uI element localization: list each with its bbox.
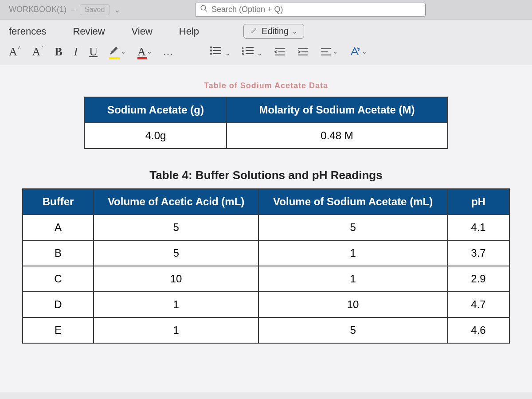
align-button[interactable]: ⌄ — [320, 47, 338, 57]
t2-cell-ph: 3.7 — [447, 240, 509, 266]
t2-header-acetate: Volume of Sodium Acetate (mL) — [258, 189, 447, 215]
chevron-down-icon: ⌄ — [292, 28, 297, 35]
table-row: A554.1 — [23, 215, 509, 240]
more-formatting-button[interactable]: ... — [164, 46, 174, 58]
table4-caption: Table 4: Buffer Solutions and pH Reading… — [18, 168, 514, 182]
pencil-icon — [250, 26, 258, 36]
highlighter-icon — [109, 45, 120, 59]
doc-title-fragment: WORKBOOK(1) — [9, 5, 66, 14]
tab-help[interactable]: Help — [179, 26, 199, 37]
title-bar: WORKBOOK(1) – Saved ⌄ Search (Option + Q… — [0, 0, 532, 20]
t2-cell-acetate: 1 — [258, 266, 447, 292]
table-row: B513.7 — [23, 240, 509, 266]
table3-caption-truncated: Table of Sodium Acetate Data — [18, 81, 514, 90]
table-row: 4.0g 0.48 M — [85, 123, 447, 149]
t2-cell-acetic: 1 — [94, 292, 258, 317]
t2-cell-buffer: C — [23, 266, 94, 292]
svg-line-1 — [205, 9, 207, 12]
t2-cell-acetate: 5 — [258, 317, 447, 343]
bold-button[interactable]: B — [55, 45, 62, 59]
t1-header-mass: Sodium Acetate (g) — [85, 97, 227, 123]
numbered-list-button[interactable]: 123 ⌄ — [242, 45, 263, 59]
t1-cell-mass: 4.0g — [85, 123, 227, 149]
t2-cell-buffer: D — [23, 292, 94, 317]
chevron-down-icon[interactable]: ⌄ — [114, 5, 121, 15]
table-row: D1104.7 — [23, 292, 509, 317]
t2-cell-acetate: 10 — [258, 292, 447, 317]
t2-cell-acetate: 5 — [258, 215, 447, 240]
saved-badge: Saved — [80, 4, 110, 15]
increase-indent-button[interactable] — [297, 47, 309, 57]
t2-cell-ph: 4.1 — [447, 215, 509, 240]
search-input[interactable]: Search (Option + Q) — [195, 3, 426, 17]
editing-mode-dropdown[interactable]: Editing ⌄ — [243, 24, 304, 39]
decrease-font-button[interactable]: Aˇ — [32, 45, 43, 59]
sodium-acetate-table: Sodium Acetate (g) Molarity of Sodium Ac… — [84, 97, 448, 149]
highlight-button[interactable]: ⌄ — [109, 45, 126, 59]
t2-cell-acetic: 5 — [94, 240, 258, 266]
t2-header-buffer: Buffer — [23, 189, 94, 215]
bulleted-list-button[interactable]: ⌄ — [210, 45, 231, 59]
formatting-toolbar: A^ Aˇ B I U ⌄ A⌄ ... ⌄ 123 ⌄ ⌄ ⌄ — [0, 41, 532, 65]
document-canvas[interactable]: Table of Sodium Acetate Data Sodium Acet… — [0, 65, 532, 392]
t2-cell-acetic: 1 — [94, 317, 258, 343]
table-row: E154.6 — [23, 317, 509, 343]
svg-text:3: 3 — [242, 52, 244, 55]
tab-review[interactable]: Review — [73, 26, 105, 37]
search-icon — [200, 4, 208, 15]
t2-cell-ph: 2.9 — [447, 266, 509, 292]
t2-cell-acetic: 10 — [94, 266, 258, 292]
t1-cell-molarity: 0.48 M — [227, 123, 447, 149]
t2-cell-buffer: A — [23, 215, 94, 240]
decrease-indent-button[interactable] — [274, 47, 286, 57]
svg-point-0 — [201, 5, 206, 10]
t2-header-acetic: Volume of Acetic Acid (mL) — [94, 189, 258, 215]
t2-cell-buffer: E — [23, 317, 94, 343]
underline-button[interactable]: U — [89, 45, 98, 59]
t2-cell-acetate: 1 — [258, 240, 447, 266]
t2-cell-acetic: 5 — [94, 215, 258, 240]
t1-header-molarity: Molarity of Sodium Acetate (M) — [227, 97, 447, 123]
ribbon-tabs: ferences Review View Help Editing ⌄ — [0, 20, 532, 41]
search-placeholder: Search (Option + Q) — [211, 5, 283, 14]
tab-view[interactable]: View — [132, 26, 153, 37]
svg-point-6 — [210, 53, 212, 55]
t2-header-ph: pH — [447, 189, 509, 215]
t2-cell-buffer: B — [23, 240, 94, 266]
italic-button[interactable]: I — [74, 45, 78, 59]
table-row: C1012.9 — [23, 266, 509, 292]
t2-cell-ph: 4.7 — [447, 292, 509, 317]
editing-label: Editing — [262, 26, 289, 36]
buffer-ph-table: Buffer Volume of Acetic Acid (mL) Volume… — [22, 188, 510, 344]
svg-point-2 — [210, 47, 212, 48]
svg-point-4 — [210, 50, 212, 51]
editor-button[interactable]: ⌄ — [349, 46, 367, 58]
font-color-button[interactable]: A⌄ — [137, 45, 152, 59]
tab-references[interactable]: ferences — [9, 26, 46, 37]
t2-cell-ph: 4.6 — [447, 317, 509, 343]
increase-font-button[interactable]: A^ — [9, 45, 20, 59]
